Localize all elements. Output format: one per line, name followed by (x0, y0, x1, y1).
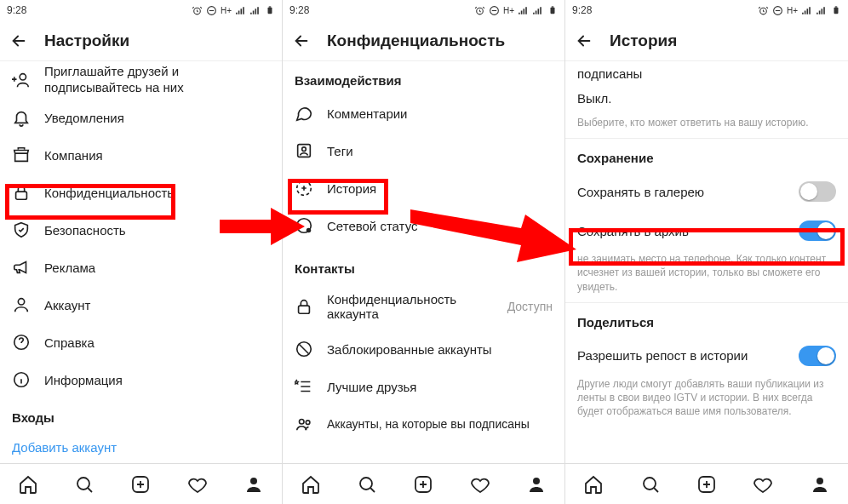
privacy-item-comments[interactable]: Комментарии (283, 94, 564, 132)
save-gallery-label: Сохранять в галерею (577, 185, 785, 199)
status-bar: 9:28 H+ (283, 0, 564, 20)
nav-search[interactable] (639, 473, 662, 495)
network-type: H+ (787, 6, 798, 15)
nav-home[interactable] (582, 473, 604, 495)
about-label: Информация (44, 373, 123, 387)
privacy-label: Конфиденциальность (44, 186, 174, 200)
privacy-item-following[interactable]: Аккаунты, на которые вы подписаны (283, 405, 564, 443)
section-contacts: Контакты (283, 249, 564, 283)
privacy-item-story[interactable]: История (283, 169, 564, 207)
save-archive-row[interactable]: Сохранять в архив (565, 211, 848, 250)
settings-item-invite[interactable]: Приглашайте друзей и подписывайтесь на н… (0, 61, 282, 99)
back-button[interactable] (291, 31, 312, 51)
bottom-nav (565, 463, 848, 504)
privacy-item-account-privacy[interactable]: Конфиденциальность аккаунта Доступн (283, 283, 564, 330)
signal-icon (801, 5, 812, 16)
nav-home[interactable] (17, 473, 39, 495)
add-person-icon (12, 71, 31, 89)
info-icon (12, 370, 31, 389)
dnd-icon (489, 5, 500, 16)
privacy-item-blocked[interactable]: Заблокированные аккаунты (283, 330, 564, 368)
nav-profile[interactable] (809, 473, 831, 495)
signal-icon-2 (249, 5, 261, 16)
help-label: Справка (44, 335, 95, 350)
story-label: История (327, 181, 376, 196)
save-gallery-row[interactable]: Сохранять в галерею (565, 172, 848, 211)
nav-add[interactable] (696, 473, 718, 495)
reply-off-option[interactable]: Выкл. (565, 83, 848, 107)
section-interactions: Взаимодействия (283, 61, 564, 94)
account-privacy-value: Доступн (507, 300, 553, 313)
nav-home[interactable] (300, 473, 322, 495)
alarm-icon (474, 5, 485, 16)
status-icons: H+ (758, 5, 841, 16)
privacy-item-close-friends[interactable]: Лучшие друзья (283, 368, 564, 405)
screen-settings: 9:28 H+ Настройки Приглашайте друзей и (0, 0, 283, 504)
ads-label: Реклама (44, 261, 95, 275)
svg-point-25 (360, 478, 372, 490)
nav-add[interactable] (412, 473, 434, 495)
settings-item-ads[interactable]: Реклама (0, 249, 282, 286)
dnd-icon (206, 5, 217, 16)
story-add-icon (295, 179, 313, 198)
svg-rect-2 (267, 8, 272, 14)
nav-search[interactable] (73, 473, 95, 495)
back-button[interactable] (9, 31, 29, 51)
nav-activity[interactable] (752, 473, 774, 495)
allow-reshare-label: Разрешить репост в истории (577, 348, 785, 363)
screen-story: 9:28 H+ История подписаны Выкл. Выберите… (565, 0, 848, 504)
storefront-icon (12, 146, 31, 164)
svg-point-20 (307, 228, 312, 233)
scroll-stub-top: подписаны (565, 61, 848, 83)
settings-item-notifications[interactable]: Уведомления (0, 99, 282, 136)
privacy-item-tags[interactable]: Теги (283, 132, 564, 169)
security-label: Безопасность (44, 223, 126, 238)
nav-search[interactable] (356, 473, 378, 495)
bottom-nav (283, 463, 564, 504)
add-account-link[interactable]: Добавить аккаунт (0, 432, 282, 463)
svg-rect-15 (551, 6, 553, 7)
nav-profile[interactable] (525, 473, 547, 495)
settings-item-account[interactable]: Аккаунт (0, 286, 282, 324)
svg-rect-5 (16, 192, 27, 199)
svg-point-27 (533, 478, 540, 484)
alarm-icon (758, 5, 769, 16)
page-title: Настройки (44, 32, 129, 50)
svg-point-4 (20, 74, 26, 80)
battery-icon (264, 5, 275, 16)
status-bar: 9:28 H+ (0, 0, 282, 20)
settings-item-security[interactable]: Безопасность (0, 211, 282, 249)
back-button[interactable] (574, 31, 594, 51)
settings-item-business[interactable]: Компания (0, 136, 282, 174)
save-archive-toggle[interactable] (799, 220, 836, 241)
story-settings: подписаны Выкл. Выберите, кто может отве… (565, 61, 848, 463)
nav-activity[interactable] (186, 473, 209, 495)
close-friends-label: Лучшие друзья (327, 380, 417, 394)
svg-point-9 (77, 478, 89, 490)
allow-reshare-toggle[interactable] (799, 346, 836, 366)
status-bar: 9:28 H+ (565, 0, 848, 20)
nav-profile[interactable] (243, 473, 265, 495)
block-icon (295, 340, 313, 358)
screen-privacy: 9:28 H+ Конфиденциальность Взаимодействи… (283, 0, 565, 504)
privacy-item-activity-status[interactable]: Сетевой статус (283, 207, 564, 244)
status-icons: H+ (474, 5, 558, 16)
shield-icon (12, 220, 31, 239)
following-label: Аккаунты, на которые вы подписаны (327, 417, 530, 431)
tags-label: Теги (327, 144, 353, 158)
battery-icon (830, 5, 841, 16)
tag-person-icon (295, 141, 313, 160)
settings-item-about[interactable]: Информация (0, 361, 282, 398)
save-gallery-toggle[interactable] (799, 181, 836, 202)
settings-item-help[interactable]: Справка (0, 324, 282, 361)
lock-icon (295, 297, 313, 316)
blocked-label: Заблокированные аккаунты (327, 342, 492, 357)
nav-activity[interactable] (469, 473, 491, 495)
svg-rect-31 (834, 6, 837, 7)
allow-reshare-row[interactable]: Разрешить репост в истории (565, 336, 848, 375)
settings-item-privacy[interactable]: Конфиденциальность (0, 174, 282, 211)
hint-reshare: Другие люди смогут добавлять ваши публик… (565, 375, 848, 427)
header: История (565, 20, 848, 61)
nav-add[interactable] (129, 473, 152, 495)
activity-status-icon (295, 216, 313, 235)
